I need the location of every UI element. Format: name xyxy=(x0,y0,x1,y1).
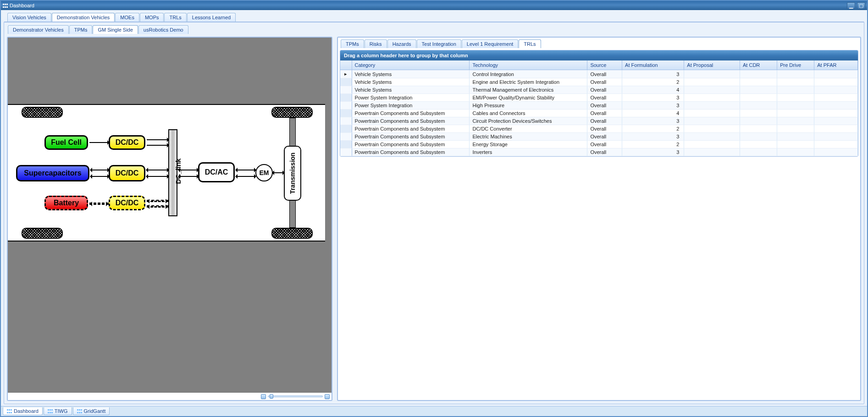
cell[interactable]: Overall xyxy=(587,117,622,125)
dcdc-node-2[interactable]: DC/DC xyxy=(109,165,145,181)
titlebar[interactable]: Dashboard ▁ ▢ xyxy=(1,1,867,10)
cell[interactable] xyxy=(740,148,777,156)
minimize-button[interactable]: ▁ xyxy=(847,2,855,9)
right-tab-level-1-requirement[interactable]: Level 1 Requirement xyxy=(462,39,519,48)
dcac-node[interactable]: DC/AC xyxy=(198,162,235,182)
cell[interactable]: Overall xyxy=(587,133,622,141)
cell[interactable] xyxy=(814,102,858,110)
cell[interactable] xyxy=(740,133,777,141)
table-row[interactable]: Power System IntegrationHigh PressureOve… xyxy=(340,102,858,110)
zoom-out-button[interactable] xyxy=(261,394,266,399)
cell[interactable] xyxy=(740,141,777,148)
diagram-canvas[interactable]: DC_link Fuel Cell DC/DC Supercapacitors … xyxy=(8,38,332,393)
cell[interactable] xyxy=(777,117,814,125)
table-row[interactable]: Power System IntegrationEMI/Power Qualit… xyxy=(340,94,858,102)
cell[interactable]: Overall xyxy=(587,78,622,86)
tab-vision-vehicles[interactable]: Vision Vehicles xyxy=(7,13,51,22)
cell[interactable]: Power System Integration xyxy=(352,102,470,110)
cell[interactable] xyxy=(684,141,740,148)
table-row[interactable]: Powertrain Components and SubsystemElect… xyxy=(340,133,858,141)
cell[interactable] xyxy=(814,125,858,133)
supercapacitors-node[interactable]: Supercapacitors xyxy=(16,165,89,181)
cell[interactable] xyxy=(740,78,777,86)
subtab-gm-single-side[interactable]: GM Single Side xyxy=(93,25,138,34)
column-header-category[interactable]: Category xyxy=(352,60,470,70)
cell[interactable]: 4 xyxy=(622,110,684,117)
cell[interactable] xyxy=(814,94,858,102)
subtab-usrobotics-demo[interactable]: usRobotics Demo xyxy=(138,25,188,34)
subtab-tpms[interactable]: TPMs xyxy=(69,25,93,34)
cell[interactable]: Vehicle Systems xyxy=(352,70,470,78)
cell[interactable] xyxy=(740,86,777,94)
cell[interactable] xyxy=(684,133,740,141)
cell[interactable] xyxy=(814,148,858,156)
cell[interactable] xyxy=(814,78,858,86)
column-header-at-formulation[interactable]: At Formulation xyxy=(622,60,684,70)
cell[interactable] xyxy=(777,110,814,117)
cell[interactable] xyxy=(684,86,740,94)
cell[interactable]: Control Integration xyxy=(470,70,587,78)
tab-trls[interactable]: TRLs xyxy=(164,13,186,22)
table-row[interactable]: Vehicle SystemsThermal Management of Ele… xyxy=(340,86,858,94)
cell[interactable]: Overall xyxy=(587,141,622,148)
cell[interactable] xyxy=(777,125,814,133)
column-header-pre-drive[interactable]: Pre Drive xyxy=(777,60,814,70)
cell[interactable]: Vehicle Systems xyxy=(352,78,470,86)
cell[interactable]: Cables and Connectors xyxy=(470,110,587,117)
column-header-technology[interactable]: Technology xyxy=(470,60,587,70)
cell[interactable]: Circuit Protection Devices/Switches xyxy=(470,117,587,125)
cell[interactable]: Overall xyxy=(587,86,622,94)
em-node[interactable]: EM xyxy=(255,164,273,181)
cell[interactable] xyxy=(740,102,777,110)
cell[interactable] xyxy=(814,133,858,141)
cell[interactable] xyxy=(814,70,858,78)
trls-grid[interactable]: CategoryTechnologySourceAt FormulationAt… xyxy=(340,60,858,156)
tab-moes[interactable]: MOEs xyxy=(115,13,139,22)
cell[interactable] xyxy=(684,78,740,86)
right-tab-trls[interactable]: TRLs xyxy=(519,39,541,48)
cell[interactable]: 3 xyxy=(622,133,684,141)
zoom-in-button[interactable] xyxy=(325,394,330,399)
cell[interactable] xyxy=(814,86,858,94)
cell[interactable] xyxy=(740,117,777,125)
cell[interactable]: 3 xyxy=(622,148,684,156)
cell[interactable]: Overall xyxy=(587,94,622,102)
group-by-bar[interactable]: Drag a column header here to group by th… xyxy=(340,50,858,60)
table-row[interactable]: Powertrain Components and SubsystemDC/DC… xyxy=(340,125,858,133)
fuel-cell-node[interactable]: Fuel Cell xyxy=(44,135,88,150)
cell[interactable]: Energy Storage xyxy=(470,141,587,148)
table-row[interactable]: Powertrain Components and SubsystemInver… xyxy=(340,148,858,156)
cell[interactable] xyxy=(684,70,740,78)
table-row[interactable]: ▸Vehicle SystemsControl IntegrationOvera… xyxy=(340,70,858,78)
subtab-demonstrator-vehicles[interactable]: Demonstrator Vehicles xyxy=(8,25,69,34)
cell[interactable]: 4 xyxy=(622,86,684,94)
column-header-at-pfar[interactable]: At PFAR xyxy=(814,60,858,70)
maximize-button[interactable]: ▢ xyxy=(857,2,865,9)
cell[interactable] xyxy=(740,70,777,78)
cell[interactable]: 3 xyxy=(622,102,684,110)
tab-lessons-learned[interactable]: Lessons Learned xyxy=(187,13,236,22)
cell[interactable] xyxy=(777,102,814,110)
cell[interactable] xyxy=(684,110,740,117)
table-row[interactable]: Vehicle SystemsEngine and Electric Syste… xyxy=(340,78,858,86)
right-tab-risks[interactable]: Risks xyxy=(365,39,387,48)
cell[interactable]: 3 xyxy=(622,70,684,78)
cell[interactable]: Inverters xyxy=(470,148,587,156)
cell[interactable]: 2 xyxy=(622,141,684,148)
cell[interactable]: Power System Integration xyxy=(352,94,470,102)
cell[interactable]: Overall xyxy=(587,125,622,133)
right-tab-tpms[interactable]: TPMs xyxy=(341,39,364,48)
cell[interactable]: Electric Machines xyxy=(470,133,587,141)
column-header-source[interactable]: Source xyxy=(587,60,622,70)
cell[interactable] xyxy=(777,148,814,156)
tab-mops[interactable]: MOPs xyxy=(140,13,164,22)
cell[interactable]: Powertrain Components and Subsystem xyxy=(352,141,470,148)
cell[interactable] xyxy=(777,141,814,148)
cell[interactable] xyxy=(777,94,814,102)
cell[interactable]: Overall xyxy=(587,70,622,78)
table-row[interactable]: Powertrain Components and SubsystemCable… xyxy=(340,110,858,117)
bottom-tab-dashboard[interactable]: Dashboard xyxy=(3,407,43,415)
cell[interactable] xyxy=(740,110,777,117)
cell[interactable]: 2 xyxy=(622,125,684,133)
cell[interactable]: Overall xyxy=(587,102,622,110)
